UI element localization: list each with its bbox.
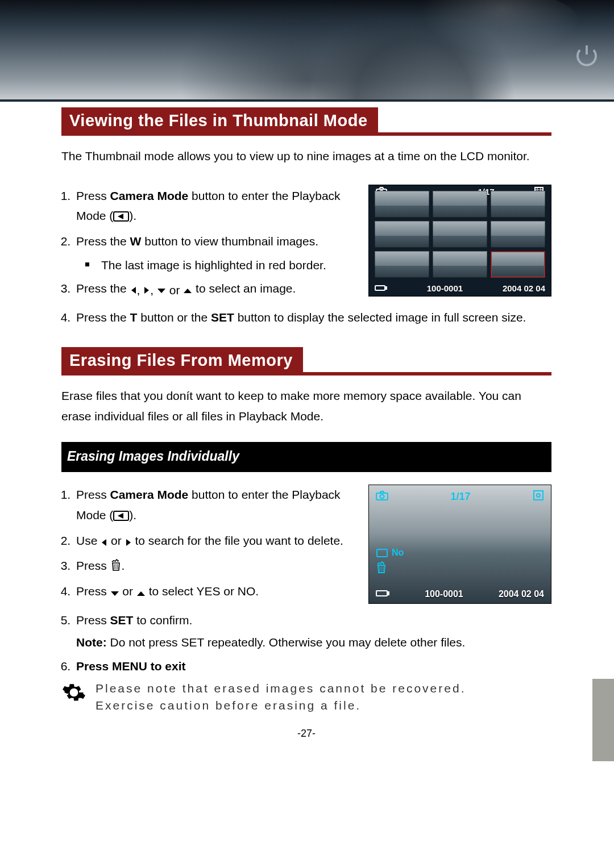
- delete-prompt: No: [376, 548, 404, 558]
- delete-icon: [376, 548, 388, 558]
- section-title: Erasing Files From Memory: [61, 347, 303, 375]
- thumbnail-lcd-figure: 1/17 100-0001 2004 02 04: [368, 185, 551, 297]
- page-header-banner: [0, 0, 614, 102]
- svg-marker-15: [111, 591, 119, 596]
- svg-marker-13: [102, 539, 106, 546]
- step-2: Press the W button to view thumbnail ima…: [74, 231, 348, 275]
- caution-line2: Exercise caution before erasing a file.: [96, 697, 466, 714]
- arrow-left-icon: [101, 532, 107, 553]
- right-gutter: [592, 679, 614, 761]
- svg-marker-14: [126, 539, 131, 546]
- no-label: No: [392, 548, 404, 557]
- thumbnail-steps-list-cont: Press the T button or the SET button to …: [74, 307, 551, 328]
- caution-note: Please note that erased images cannot be…: [61, 680, 551, 715]
- step-3: Press the , , or to select an image.: [74, 278, 348, 301]
- trash-icon: [110, 557, 122, 578]
- section-heading: Viewing the Files in Thumbnail Mode: [61, 107, 551, 136]
- caution-line1: Please note that erased images cannot be…: [96, 680, 466, 697]
- step-4: Press the T button or the SET button to …: [74, 307, 551, 328]
- power-icon: [573, 42, 600, 69]
- arrow-right-icon: [125, 532, 132, 553]
- arrow-down-icon: [110, 583, 119, 603]
- arrow-icons: , , or: [130, 280, 193, 301]
- erase-lcd-figure: 1/17 No 100-0001 2004 02 04: [368, 485, 551, 604]
- erase-steps-list-cont: Press SET to confirm. Note: Do not press…: [74, 610, 551, 677]
- svg-marker-12: [118, 513, 123, 519]
- subheading: Erasing Images Individually: [61, 442, 551, 472]
- page-number: -27-: [61, 725, 551, 742]
- svg-point-20: [537, 494, 540, 497]
- arrow-right-icon: [143, 286, 150, 294]
- selected-thumbnail: [491, 251, 545, 278]
- lcd-counter: 1/17: [450, 491, 470, 502]
- step-1: Press Camera Mode button to enter the Pl…: [74, 186, 348, 228]
- section-intro: The Thumbnail mode allows you to view up…: [61, 146, 551, 166]
- arrow-up-icon: [136, 583, 146, 603]
- page: Viewing the Files in Thumbnail Mode The …: [0, 0, 614, 742]
- svg-marker-16: [137, 591, 145, 596]
- gear-icon: [61, 680, 86, 711]
- svg-marker-5: [184, 289, 192, 293]
- svg-point-18: [380, 495, 384, 499]
- section-title: Viewing the Files in Thumbnail Mode: [61, 107, 378, 136]
- section-intro: Erase files that you donít want to keep …: [61, 386, 551, 426]
- note-text: Do not press SET repeatedly. Otherwise y…: [107, 636, 466, 649]
- svg-rect-9: [375, 286, 385, 290]
- svg-rect-19: [534, 491, 543, 500]
- arrow-left-icon: [130, 286, 137, 294]
- step-3: Press .: [74, 556, 348, 578]
- step-1: Press Camera Mode button to enter the Pl…: [74, 485, 348, 527]
- note-label: Note:: [76, 636, 107, 649]
- svg-marker-3: [144, 287, 149, 294]
- battery-icon: [376, 590, 389, 599]
- svg-rect-10: [385, 287, 387, 289]
- step-4: Press or to select YES or NO.: [74, 581, 348, 603]
- lcd-file-number: 100-0001: [427, 284, 463, 293]
- lcd-file-number: 100-0001: [425, 590, 463, 599]
- erase-steps-list: Press Camera Mode button to enter the Pl…: [74, 485, 348, 603]
- step-6: Press MENU to exit: [74, 656, 551, 677]
- step-5: Press SET to confirm. Note: Do not press…: [74, 610, 551, 653]
- step-2-sub: The last image is highlighted in red bor…: [89, 255, 348, 276]
- lcd-date: 2004 02 04: [503, 284, 545, 293]
- svg-rect-21: [377, 549, 387, 557]
- section-heading: Erasing Files From Memory: [61, 347, 551, 375]
- thumbnail-steps-list: Press Camera Mode button to enter the Pl…: [74, 186, 348, 301]
- resolution-icon: [533, 490, 544, 503]
- arrow-down-icon: [157, 287, 166, 294]
- step-2: Use or to search for the file you want t…: [74, 531, 348, 553]
- lcd-date: 2004 02 04: [499, 590, 544, 599]
- arrow-up-icon: [183, 287, 192, 294]
- svg-marker-1: [118, 214, 123, 219]
- playback-icon: [113, 207, 129, 228]
- svg-rect-22: [376, 591, 387, 596]
- playback-icon: [113, 507, 129, 527]
- svg-marker-4: [157, 289, 165, 293]
- trash-icon: [376, 561, 404, 575]
- battery-icon: [375, 284, 387, 293]
- camera-icon: [376, 490, 388, 502]
- svg-rect-23: [388, 592, 389, 595]
- svg-marker-2: [131, 287, 136, 294]
